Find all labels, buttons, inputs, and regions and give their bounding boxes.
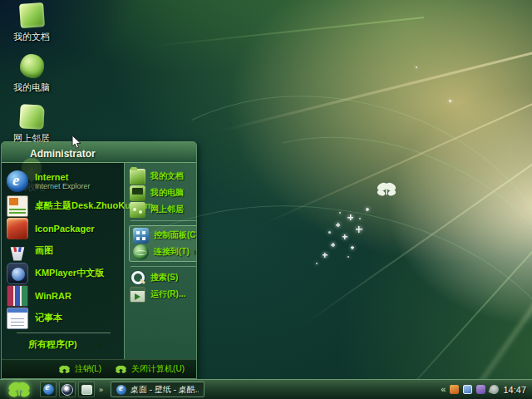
menu-item-paint[interactable]: 画图 [3, 239, 122, 262]
quick-launch-overflow-arrow[interactable]: » [99, 386, 103, 394]
menu-item-network-places[interactable]: 网上邻居 [126, 201, 197, 218]
system-group: 控制面板(C) 连接到(T) ▶ [129, 225, 197, 262]
sparkle [356, 226, 362, 233]
all-programs-button[interactable]: 所有程序(P) ▶ [3, 335, 122, 357]
menu-item-my-computer[interactable]: 我的电脑 [126, 185, 197, 201]
iconpackager-icon [7, 218, 28, 239]
my-computer-icon [20, 54, 44, 78]
menu-item-label: 画图 [35, 244, 53, 257]
sparkle-dot [359, 218, 361, 219]
menu-separator [131, 220, 197, 221]
sparkle-dot [449, 100, 451, 102]
show-desktop-icon [81, 385, 92, 395]
winrar-icon [7, 285, 28, 307]
menu-item-label: KMPlayer中文版 [35, 267, 104, 279]
shutdown-butterfly-icon [115, 365, 127, 374]
sparkle [342, 234, 347, 239]
notepad-icon [7, 308, 28, 329]
taskbar: » 桌面 - 壁纸 - 桌酷... « 14:47 [0, 379, 532, 399]
submenu-arrow-icon: ▶ [195, 249, 197, 256]
menu-separator [17, 332, 111, 333]
control-panel-icon [133, 228, 149, 244]
start-menu-header: Administrator [2, 142, 196, 163]
start-menu-places-column: 我的文档 我的电脑 网上邻居 控制面板(C) 连接到(T) ▶ [124, 163, 197, 359]
my-documents-icon [130, 169, 145, 185]
task-button-label: 桌面 - 壁纸 - 桌酷... [131, 384, 199, 396]
desktop-icon-label: 我的电脑 [13, 81, 50, 94]
menu-item-label: 控制面板(C) [154, 229, 197, 241]
kmplayer-icon [7, 263, 28, 284]
menu-item-winrar[interactable]: WinRAR [3, 284, 122, 307]
log-off-label: 注销(L) [75, 363, 101, 375]
menu-item-label: 记事本 [35, 312, 62, 324]
sparkle-dot [316, 263, 318, 264]
menu-item-search[interactable]: 搜索(S) [126, 269, 197, 286]
submenu-arrow-icon: ▶ [99, 341, 105, 349]
tray-collapse-chevron-icon[interactable]: « [441, 385, 446, 394]
menu-item-kmplayer[interactable]: KMPlayer中文版 [3, 262, 122, 284]
menu-item-iconpackager[interactable]: IconPackager [3, 217, 122, 239]
sparkle [347, 214, 353, 220]
shutdown-label: 关闭计算机(U) [131, 363, 185, 375]
browser-globe-icon [62, 384, 73, 396]
menu-item-internet[interactable]: Internet Internet Explorer [3, 167, 122, 195]
light-ray [218, 50, 532, 133]
sparkle-dot [339, 212, 341, 214]
theme-tray-icon[interactable] [463, 385, 472, 394]
volume-tray-icon[interactable] [489, 383, 500, 395]
my-computer-icon [130, 185, 145, 201]
sparkle-dot [416, 66, 417, 68]
taskbar-task-button[interactable]: 桌面 - 壁纸 - 桌酷... [111, 382, 204, 397]
run-icon [130, 287, 145, 303]
zhuoku-theme-icon [7, 195, 28, 217]
desktop-icon-network-places[interactable]: 网上邻居 [5, 105, 58, 145]
connect-to-icon [133, 244, 149, 260]
start-menu-pinned-column: Internet Internet Explorer 桌酷主题Desk.Zhuo… [2, 163, 124, 359]
desktop-icon-my-computer[interactable]: 我的电脑 [5, 54, 58, 94]
menu-item-notepad[interactable]: 记事本 [3, 307, 122, 329]
menu-item-label: 我的电脑 [150, 187, 184, 199]
menu-item-run[interactable]: 运行(R)... [126, 286, 197, 303]
menu-item-sublabel: Internet Explorer [35, 182, 91, 190]
menu-item-label: 连接到(T) [154, 246, 190, 258]
menu-item-label: 我的文档 [150, 170, 184, 182]
sparkle [366, 208, 369, 211]
internet-explorer-icon [116, 385, 126, 395]
light-ray [151, 17, 424, 47]
sparkle-dot [347, 256, 349, 258]
my-documents-icon [19, 2, 45, 28]
system-tray: « 14:47 [436, 380, 532, 399]
logged-in-username: Administrator [30, 148, 96, 160]
sparkle-dot [328, 231, 331, 234]
quick-launch-bar: » [40, 382, 103, 397]
quick-launch-show-desktop[interactable] [78, 382, 95, 397]
menu-item-zhuoku-theme[interactable]: 桌酷主题Desk.ZhuoKu.Com [3, 195, 122, 217]
start-button[interactable] [0, 380, 38, 399]
antivirus-tray-icon[interactable] [450, 385, 459, 394]
quick-launch-internet-explorer[interactable] [40, 382, 57, 397]
network-places-icon [19, 104, 44, 129]
taskbar-clock: 14:47 [503, 385, 526, 395]
light-ray [302, 158, 532, 326]
internet-explorer-icon [43, 384, 54, 395]
network-places-icon [130, 202, 145, 218]
desktop-icon-my-documents[interactable]: 我的文档 [5, 3, 58, 43]
menu-item-label: WinRAR [35, 291, 71, 301]
quick-launch-browser[interactable] [59, 382, 76, 397]
desktop-icon-label: 我的文档 [13, 31, 50, 43]
menu-separator [131, 266, 197, 267]
light-ray [259, 100, 532, 226]
sparkle [336, 223, 340, 227]
log-off-butterfly-icon [58, 365, 71, 374]
menu-item-my-documents[interactable]: 我的文档 [126, 168, 197, 185]
butterfly-start-icon [3, 381, 35, 399]
sparkle [351, 246, 354, 249]
shutdown-button[interactable]: 关闭计算机(U) [115, 363, 185, 375]
all-programs-label: 所有程序(P) [28, 338, 77, 351]
ime-tray-icon[interactable] [476, 385, 485, 394]
internet-explorer-icon [7, 170, 28, 192]
log-off-button[interactable]: 注销(L) [58, 363, 101, 375]
menu-item-connect-to[interactable]: 连接到(T) ▶ [130, 244, 197, 260]
menu-item-control-panel[interactable]: 控制面板(C) [130, 227, 197, 244]
menu-item-label: IconPackager [35, 224, 95, 234]
